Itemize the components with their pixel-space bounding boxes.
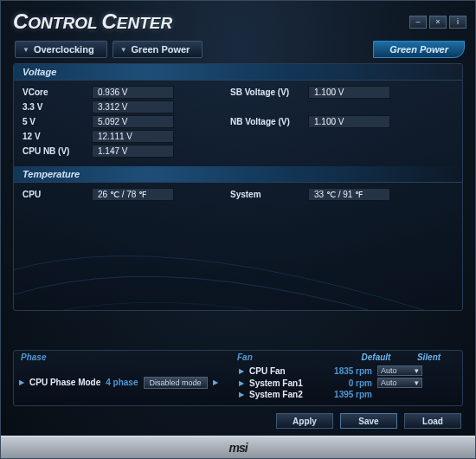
bottom-header: Phase Fan Default Silent <box>14 351 462 363</box>
tab-label: Green Power <box>132 44 190 55</box>
voltage-label: NB Voltage (V) <box>230 115 308 128</box>
apply-button[interactable]: Apply <box>276 413 333 429</box>
voltage-value: 1.100 V <box>308 115 390 128</box>
voltage-label: VCore <box>23 86 92 99</box>
tab-green-power[interactable]: ▼ Green Power <box>113 41 203 58</box>
phase-header: Phase <box>21 352 237 362</box>
triangle-icon: ▶ <box>239 367 244 375</box>
triangle-icon: ▶ <box>19 378 24 386</box>
voltage-value: 12.111 V <box>92 130 174 143</box>
main-panel: Voltage VCore 0.936 V SB Voltage (V) 1.1… <box>13 63 463 311</box>
voltage-value: 1.100 V <box>308 86 390 99</box>
phase-count: 4 phase <box>106 378 138 387</box>
active-section-pill: Green Power <box>373 41 465 58</box>
temperature-grid: CPU 26 ℃ / 78 ℉ System 33 ℃ / 91 ℉ <box>14 183 462 210</box>
triangle-icon: ▶ <box>239 379 244 387</box>
fan-row: ▶ System Fan2 1395 rpm <box>239 389 455 400</box>
fan-name: System Fan1 <box>249 378 318 388</box>
save-button[interactable]: Save <box>340 413 397 429</box>
triangle-icon: ▶ <box>239 391 244 398</box>
temperature-header: Temperature <box>14 166 462 183</box>
column-default: Default <box>350 352 402 362</box>
bottom-body: ▶ CPU Phase Mode 4 phase Disabled mode ▶… <box>14 363 462 405</box>
app-title: CONTROL CENTER <box>13 10 172 34</box>
fan-name: CPU Fan <box>249 366 318 376</box>
tab-label: Overclocking <box>34 44 94 55</box>
temp-value: 33 ℃ / 91 ℉ <box>308 188 390 201</box>
tabs-row: ▼ Overclocking ▼ Green Power Green Power <box>1 41 475 58</box>
fan-rpm: 1835 rpm <box>324 366 372 376</box>
voltage-header: Voltage <box>14 64 462 81</box>
voltage-label: 3.3 V <box>23 100 92 113</box>
fan-rpm: 1395 rpm <box>324 390 372 399</box>
fan-rpm: 0 rpm <box>324 378 372 388</box>
dropdown-icon: ▾ <box>415 378 419 387</box>
fan-row: ▶ CPU Fan 1835 rpm Auto▾ <box>239 365 455 377</box>
load-button[interactable]: Load <box>404 413 461 429</box>
fan-column: ▶ CPU Fan 1835 rpm Auto▾ ▶ System Fan1 0… <box>239 365 455 400</box>
voltage-label: 12 V <box>23 130 92 143</box>
fan-name: System Fan2 <box>249 390 318 399</box>
phase-mode-button[interactable]: Disabled mode <box>144 377 208 389</box>
phase-label: CPU Phase Mode <box>29 378 100 387</box>
bottom-panel: Phase Fan Default Silent ▶ CPU Phase Mod… <box>13 350 463 406</box>
titlebar: CONTROL CENTER – × i <box>1 1 475 41</box>
voltage-label: SB Voltage (V) <box>230 86 308 99</box>
app-window: CONTROL CENTER – × i ▼ Overclocking ▼ Gr… <box>0 0 476 459</box>
fan-header: Fan <box>237 352 350 362</box>
info-button[interactable]: i <box>449 16 466 29</box>
voltage-value: 3.312 V <box>92 100 174 113</box>
temp-label: System <box>230 188 308 201</box>
voltage-value: 0.936 V <box>92 86 174 99</box>
voltage-value: 1.147 V <box>92 145 174 158</box>
temp-label: CPU <box>23 188 92 201</box>
close-button[interactable]: × <box>429 16 447 29</box>
fan-mode-select[interactable]: Auto▾ <box>377 378 422 388</box>
fan-mode-select[interactable]: Auto▾ <box>377 365 422 376</box>
fan-row: ▶ System Fan1 0 rpm Auto▾ <box>239 377 455 389</box>
minimize-button[interactable]: – <box>409 16 427 29</box>
voltage-grid: VCore 0.936 V SB Voltage (V) 1.100 V 3.3… <box>14 81 462 166</box>
voltage-label: 5 V <box>23 115 92 128</box>
triangle-icon: ▶ <box>213 378 218 386</box>
footer-brand: msi <box>1 436 475 458</box>
voltage-label: CPU NB (V) <box>23 145 92 158</box>
phase-row: ▶ CPU Phase Mode 4 phase Disabled mode ▶ <box>19 365 235 400</box>
tab-overclocking[interactable]: ▼ Overclocking <box>15 41 107 58</box>
voltage-value: 5.092 V <box>92 115 174 128</box>
window-controls: – × i <box>409 16 466 29</box>
action-row: Apply Save Load <box>276 413 461 429</box>
column-silent: Silent <box>402 352 455 362</box>
dropdown-icon: ▾ <box>415 366 419 375</box>
chevron-down-icon: ▼ <box>120 46 127 54</box>
temp-value: 26 ℃ / 78 ℉ <box>92 188 174 201</box>
chevron-down-icon: ▼ <box>23 46 29 54</box>
